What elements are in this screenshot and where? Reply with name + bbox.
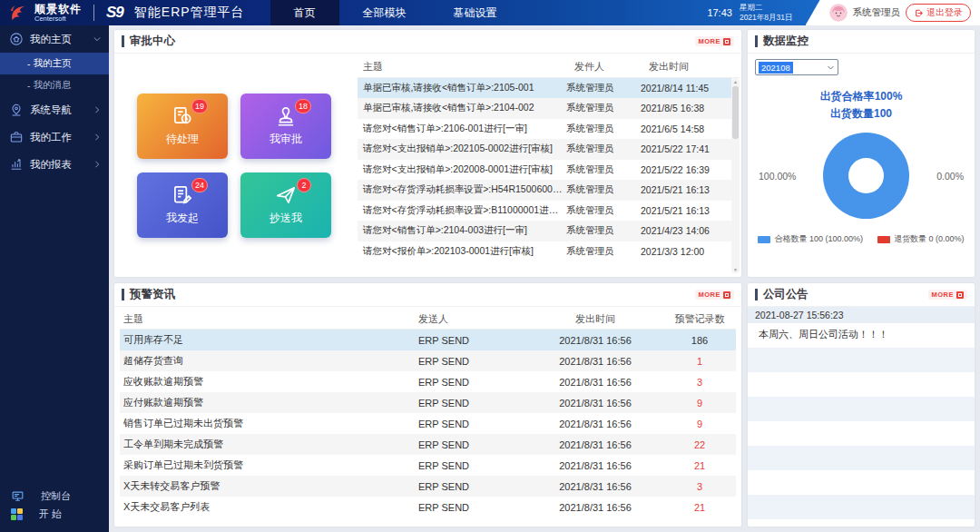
alert-row-6[interactable]: 采购订单已过期未到货预警ERP SEND2021/8/31 16:5621 (120, 455, 736, 476)
approval-tile-3[interactable]: 2抄送我 (240, 172, 331, 238)
alert-row-0[interactable]: 可用库存不足ERP SEND2021/8/31 16:56186 (120, 330, 736, 350)
row-subject: 请您对<销售订单>:2106-001进行[一审] (358, 123, 566, 135)
alert-row-4[interactable]: 销售订单已过期未出货预警ERP SEND2021/8/31 16:569 (120, 413, 736, 434)
tile-label: 抄送我 (270, 211, 302, 226)
logout-button[interactable]: 退出登录 (906, 4, 971, 22)
legend-item-0[interactable]: 合格数量 100 (100.00%) (758, 233, 863, 245)
approval-center-panel: 审批中心 MORE 19待处理18我审批24我发起2抄送我 主题 发件人 发出时… (114, 30, 741, 277)
chevron-right-icon (93, 105, 102, 114)
data-monitor-title: 数据监控 (763, 34, 808, 49)
approval-tile-2[interactable]: 24我发起 (137, 172, 228, 238)
announcement-date[interactable]: 2021-08-27 15:56:23 (748, 307, 975, 323)
sidebar-item-3[interactable]: 我的报表 (0, 151, 109, 178)
approval-row-3[interactable]: 请您对<支出报销单>:202105-0002进行[审核]系统管理员2021/5/… (358, 139, 731, 160)
row-subject: 应付账款逾期预警 (120, 396, 418, 409)
row-time: 2021/8/31 16:56 (527, 335, 663, 346)
start-button[interactable]: 开 始 (11, 505, 109, 523)
briefcase-icon (9, 130, 24, 144)
scroll-down-icon[interactable]: ▼ (733, 267, 738, 272)
row-subject: 可用库存不足 (120, 333, 418, 347)
row-subject: 销售订单已过期未出货预警 (120, 417, 418, 430)
more-label: MORE (699, 37, 721, 45)
row-sender: ERP SEND (418, 398, 527, 409)
legend-item-1[interactable]: 退货数量 0 (0.00%) (877, 233, 965, 245)
announcement-empty-row (748, 397, 975, 421)
tile-count-badge: 24 (191, 178, 208, 192)
approval-tile-1[interactable]: 18我审批 (240, 94, 331, 159)
row-alert-count: 1 (663, 356, 736, 367)
row-time: 2021/8/31 16:56 (527, 419, 663, 429)
sidebar-subitem-0-1[interactable]: 我的消息 (0, 74, 109, 96)
row-sender: 系统管理员 (566, 245, 641, 258)
nav-item-0[interactable]: 首页 (270, 0, 339, 25)
row-subject: X天未转交易客户预警 (120, 479, 418, 493)
chevron-down-icon (827, 64, 835, 72)
sidebar-subitem-0-0[interactable]: 我的主页 (0, 53, 109, 74)
sidebar-item-0[interactable]: 我的主页 (0, 25, 109, 53)
approval-row-8[interactable]: 请您对<报价单>:202103-0001进行[审核]系统管理员2021/3/3 … (358, 241, 731, 262)
legend-label: 退货数量 0 (0.00%) (894, 233, 965, 245)
row-sender: 系统管理员 (566, 163, 641, 176)
announcement-content: 本周六、周日公司活动！！！ (748, 323, 975, 348)
row-sender: 系统管理员 (566, 143, 641, 155)
approval-row-2[interactable]: 请您对<销售订单>:2106-001进行[一审]系统管理员2021/6/5 14… (358, 119, 731, 140)
alert-row-8[interactable]: X天未交易客户列表ERP SEND2021/8/31 16:5621 (120, 497, 736, 517)
period-select[interactable]: 202108 (755, 59, 838, 75)
announcement-empty-row (748, 421, 975, 446)
more-icon (723, 291, 730, 299)
nav-item-1[interactable]: 全部模块 (339, 0, 430, 25)
user-name: 系统管理员 (853, 6, 901, 19)
alert-row-7[interactable]: X天未转交易客户预警ERP SEND2021/8/31 16:563 (120, 476, 736, 497)
row-alert-count: 186 (663, 335, 736, 346)
summary-line2: 出货数量100 (755, 105, 967, 123)
tile-label: 我审批 (270, 132, 302, 147)
alert-row-5[interactable]: 工令单到期未完成预警ERP SEND2021/8/31 16:5622 (120, 434, 736, 455)
alerts-more-button[interactable]: MORE (695, 290, 735, 300)
announcements-more-button[interactable]: MORE (928, 290, 968, 300)
approval-more-button[interactable]: MORE (695, 36, 735, 46)
title-accent-bar (122, 289, 124, 300)
approval-tile-0[interactable]: 19待处理 (137, 94, 228, 159)
approval-row-6[interactable]: 请您对<存货浮动耗损率设置>:B11000001进行[审核]系统管理员2021/… (358, 201, 731, 222)
row-subject: 请您对<存货浮动耗损率设置>:H54R15006002进行[审核] (358, 183, 566, 196)
title-accent-bar (122, 35, 124, 47)
row-subject: 应收账款逾期预警 (120, 375, 418, 389)
console-button[interactable]: 控制台 (11, 487, 109, 505)
approval-scrollbar[interactable]: ▲ ▼ (731, 78, 740, 274)
legend-swatch (877, 236, 890, 243)
col-subject: 主题 (120, 312, 418, 326)
row-subject: 请您对<销售订单>:2104-003进行[一审] (358, 224, 566, 237)
approval-row-4[interactable]: 请您对<支出报销单>:202008-0001进行[审核]系统管理员2021/5/… (358, 160, 731, 181)
approval-row-1[interactable]: 单据已审核,请接收<销售订单>:2104-002系统管理员2021/8/5 16… (358, 98, 731, 119)
avatar[interactable] (829, 4, 848, 22)
data-monitor-panel: 数据监控 202108 出货合格率100% 出货数量100 100.00% 0.… (748, 30, 975, 277)
row-sender: ERP SEND (418, 460, 527, 471)
brand-area: 顺景软件 Centersoft S9 智能ERP管理平台 (0, 3, 245, 23)
approval-row-5[interactable]: 请您对<存货浮动耗损率设置>:H54R15006002进行[审核]系统管理员20… (358, 180, 731, 201)
sidebar-item-1[interactable]: 系统导航 (0, 96, 109, 123)
approval-row-0[interactable]: 单据已审核,请接收<销售订单>:2105-001系统管理员2021/8/14 1… (358, 78, 731, 99)
alert-row-1[interactable]: 超储存货查询ERP SEND2021/8/31 16:561 (120, 350, 736, 371)
approval-row-7[interactable]: 请您对<销售订单>:2104-003进行[一审]系统管理员2021/4/23 1… (358, 221, 731, 241)
col-time: 发出时间 (649, 60, 740, 74)
announcements-header: 公司公告 MORE (748, 283, 975, 307)
alert-row-2[interactable]: 应收账款逾期预警ERP SEND2021/8/31 16:563 (120, 371, 736, 392)
home-icon (9, 32, 24, 46)
scroll-thumb[interactable] (732, 86, 739, 139)
sidebar-footer: 控制台 开 始 (0, 481, 109, 532)
row-time: 2021/6/5 14:58 (641, 123, 731, 134)
scroll-up-icon[interactable]: ▲ (733, 79, 738, 84)
col-subject: 主题 (358, 60, 574, 74)
alert-row-3[interactable]: 应付账款逾期预警ERP SEND2021/8/31 16:569 (120, 392, 736, 413)
sidebar-item-2[interactable]: 我的工作 (0, 123, 109, 151)
row-subject: 单据已审核,请接收<销售订单>:2104-002 (358, 102, 566, 114)
nav-item-2[interactable]: 基础设置 (430, 0, 521, 25)
row-sender: 系统管理员 (566, 224, 641, 237)
row-time: 2021/8/5 16:38 (641, 103, 731, 113)
row-subject: 请您对<报价单>:202103-0001进行[审核] (358, 245, 566, 258)
monitor-summary: 出货合格率100% 出货数量100 (755, 88, 967, 122)
row-subject: 采购订单已过期未到货预警 (120, 458, 418, 472)
sidebar: 我的主页我的主页我的消息系统导航我的工作我的报表 控制台 开 始 (0, 25, 109, 532)
map-pin-icon (9, 103, 24, 117)
row-alert-count: 21 (663, 460, 736, 471)
